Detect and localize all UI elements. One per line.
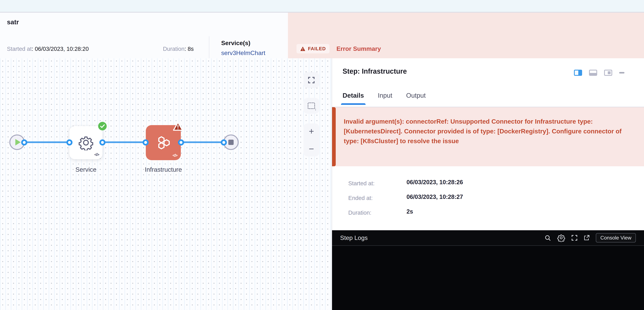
error-message-box: Invalid argument(s): connectorRef: Unsup…	[332, 107, 644, 166]
detail-value: 06/03/2023, 10:28:26	[406, 179, 463, 187]
canvas-select-button[interactable]: ↓	[304, 98, 319, 114]
step-logs-header: Step Logs	[332, 230, 644, 245]
marquee-select-icon: ↓	[308, 103, 315, 109]
error-left-bar	[332, 107, 336, 166]
marquee-arrow: ↓	[315, 107, 316, 111]
zoom-in-button[interactable]: +	[309, 128, 314, 135]
log-open-new-tab-button[interactable]	[584, 235, 590, 241]
search-icon	[544, 235, 551, 241]
success-check-icon	[98, 122, 107, 130]
detail-row-ended: Ended at: 06/03/2023, 10:28:27	[348, 194, 463, 201]
edge-start-service	[24, 141, 70, 143]
failure-warning-icon	[173, 121, 183, 131]
step-logs-body[interactable]	[332, 245, 644, 310]
pipeline-name: satr	[7, 18, 19, 26]
service-node-label: Service	[69, 166, 103, 173]
step-logs-actions: Console View	[544, 233, 636, 242]
layout-floating-icon[interactable]	[604, 70, 612, 76]
play-icon	[15, 139, 21, 145]
services-block: Service(s) serv3HelmChart	[221, 40, 265, 57]
duration-row: Duration: 8s	[163, 46, 194, 52]
infrastructure-node-label: Infrastructure	[138, 166, 189, 173]
warning-triangle-icon	[300, 46, 306, 51]
step-details-panel: Step: Infrastructure Details Input Outpu…	[332, 58, 644, 310]
port-start-out[interactable]	[21, 139, 27, 145]
panel-layout-controls	[574, 70, 624, 76]
status-badge: FAILED	[296, 44, 330, 53]
yaml-code-icon: </>	[94, 152, 99, 157]
step-tabs: Details Input Output	[343, 92, 426, 105]
started-at-label: Started at	[7, 46, 32, 52]
port-infra-out[interactable]	[178, 139, 184, 145]
minimize-panel-icon[interactable]	[619, 72, 624, 74]
step-detail-rows: Started at: 06/03/2023, 10:28:26 Ended a…	[348, 179, 463, 223]
edge-service-infra	[102, 141, 146, 143]
gear-icon	[557, 234, 565, 242]
started-at-value: 06/03/2023, 10:28:20	[35, 46, 89, 52]
service-step-node[interactable]: </>	[69, 126, 103, 159]
layout-right-split-icon[interactable]	[574, 70, 582, 76]
service-link[interactable]: serv3HelmChart	[221, 50, 265, 57]
hexagons-icon	[155, 134, 172, 151]
console-view-button[interactable]: Console View	[596, 233, 636, 242]
log-fullscreen-button[interactable]	[571, 235, 578, 241]
colon: :	[32, 46, 35, 52]
colon: :	[184, 46, 188, 52]
port-service-out[interactable]	[99, 139, 106, 145]
yaml-code-icon: </>	[172, 153, 177, 158]
canvas-fullscreen-button[interactable]	[304, 72, 319, 88]
status-badge-label: FAILED	[308, 46, 326, 51]
fullscreen-icon	[308, 77, 315, 84]
tab-input[interactable]: Input	[378, 92, 392, 105]
pipeline-execution-page: satr Started at: 06/03/2023, 10:28:20 Du…	[0, 0, 644, 310]
layout-bottom-split-icon[interactable]	[589, 70, 597, 76]
detail-row-started: Started at: 06/03/2023, 10:28:26	[348, 179, 463, 187]
port-service-in[interactable]	[66, 139, 72, 145]
execution-header: satr Started at: 06/03/2023, 10:28:20 Du…	[0, 13, 644, 59]
detail-value: 2s	[406, 208, 413, 216]
gear-icon	[78, 135, 94, 150]
error-summary-link[interactable]: Error Summary	[336, 45, 381, 52]
external-link-icon	[584, 235, 590, 241]
log-settings-button[interactable]	[557, 234, 565, 242]
step-logs-title: Step Logs	[340, 234, 368, 241]
detail-label: Ended at:	[348, 194, 406, 201]
stop-icon	[228, 140, 234, 145]
fullscreen-icon	[571, 235, 578, 241]
error-message-text: Invalid argument(s): connectorRef: Unsup…	[344, 117, 631, 146]
edge-infra-end	[180, 141, 224, 143]
duration-value: 8s	[188, 46, 194, 52]
duration-label: Duration	[163, 46, 184, 52]
pipeline-canvas[interactable]: </> </> Service Infrastructure	[0, 58, 332, 310]
zoom-out-button[interactable]: −	[309, 145, 314, 152]
detail-label: Started at:	[348, 179, 406, 187]
detail-value: 06/03/2023, 10:28:27	[406, 194, 463, 201]
log-search-button[interactable]	[544, 235, 551, 241]
tab-output[interactable]: Output	[406, 92, 426, 105]
started-at-row: Started at: 06/03/2023, 10:28:20	[7, 46, 89, 52]
canvas-zoom-controls: + −	[304, 124, 319, 156]
services-label: Service(s)	[221, 40, 265, 47]
top-strip	[0, 0, 644, 13]
detail-row-duration: Duration: 2s	[348, 208, 463, 216]
step-panel-title: Step: Infrastructure	[343, 67, 407, 75]
tab-details[interactable]: Details	[343, 92, 364, 105]
detail-label: Duration:	[348, 208, 406, 216]
